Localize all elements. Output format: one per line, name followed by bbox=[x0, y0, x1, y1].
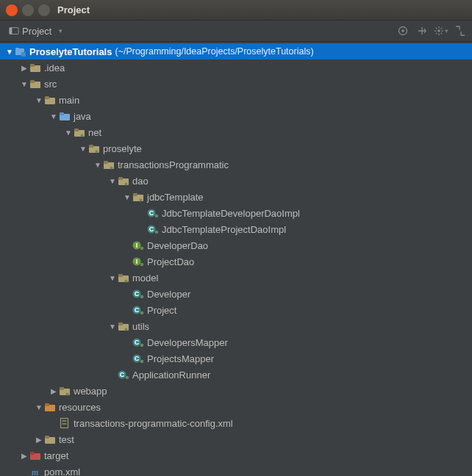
svg-rect-80 bbox=[62, 423, 67, 425]
tree-row[interactable]: ▼main bbox=[0, 92, 472, 108]
module-icon bbox=[15, 46, 26, 57]
tree-row[interactable]: ▶webapp bbox=[0, 383, 472, 399]
svg-point-35 bbox=[125, 183, 128, 186]
expand-arrow-down-icon[interactable]: ▼ bbox=[63, 129, 74, 137]
tree-row-label: ProjectsMapper bbox=[147, 353, 214, 364]
folder-icon bbox=[29, 62, 41, 73]
svg-text:C: C bbox=[135, 339, 140, 346]
window-maximize-button[interactable] bbox=[38, 4, 50, 16]
expand-arrow-down-icon[interactable]: ▼ bbox=[107, 322, 118, 331]
expand-arrow-down-icon[interactable]: ▼ bbox=[4, 48, 15, 56]
project-toolbar: Project ▾ ▾ bbox=[0, 21, 472, 42]
folder-icon bbox=[44, 433, 56, 445]
svg-text:m: m bbox=[32, 467, 38, 476]
package-icon bbox=[132, 191, 144, 203]
chevron-down-icon: ▾ bbox=[59, 27, 62, 35]
tree-row[interactable]: IProjectDao bbox=[0, 253, 472, 270]
excluded-icon bbox=[29, 450, 41, 461]
window-close-button[interactable] bbox=[6, 4, 18, 16]
class-icon: C bbox=[118, 369, 129, 381]
class-icon: C bbox=[132, 304, 144, 316]
tree-row-label: resources bbox=[59, 402, 101, 413]
tree-row[interactable]: ▼net bbox=[0, 124, 472, 140]
resroot-icon bbox=[44, 401, 56, 413]
tree-row-label: JdbcTemplateDeveloperDaoImpl bbox=[162, 208, 300, 219]
window-titlebar: Project bbox=[0, 0, 472, 21]
expand-arrow-down-icon[interactable]: ▼ bbox=[34, 403, 44, 411]
svg-point-56 bbox=[140, 295, 144, 299]
tree-row[interactable]: CApplicationRunner bbox=[0, 367, 472, 383]
svg-rect-25 bbox=[74, 129, 79, 131]
svg-rect-21 bbox=[45, 96, 49, 99]
expand-arrow-down-icon[interactable]: ▼ bbox=[93, 161, 103, 169]
settings-icon[interactable]: ▾ bbox=[434, 24, 448, 38]
expand-arrow-down-icon[interactable]: ▼ bbox=[122, 193, 132, 201]
tree-row[interactable]: IDeveloperDao bbox=[0, 237, 472, 253]
svg-point-41 bbox=[155, 214, 159, 218]
maven-icon: m bbox=[29, 466, 41, 476]
autoscroll-from-source-icon[interactable] bbox=[415, 24, 429, 38]
tree-row[interactable]: CJdbcTemplateProjectDaoImpl bbox=[0, 221, 472, 237]
package-icon bbox=[88, 143, 100, 154]
svg-rect-73 bbox=[60, 387, 64, 390]
tree-row[interactable]: CDeveloper bbox=[0, 286, 472, 302]
expand-arrow-down-icon[interactable]: ▼ bbox=[19, 80, 29, 88]
svg-point-65 bbox=[140, 344, 144, 347]
tree-row[interactable]: ▼src bbox=[0, 76, 472, 92]
expand-arrow-down-icon[interactable]: ▼ bbox=[78, 145, 88, 153]
tree-row[interactable]: ▶.idea bbox=[0, 60, 472, 76]
expand-arrow-down-icon[interactable]: ▼ bbox=[34, 96, 44, 104]
tree-row[interactable]: CDevelopersMapper bbox=[0, 334, 472, 350]
tree-row-label: model bbox=[132, 273, 158, 284]
tree-row-label: java bbox=[74, 111, 91, 122]
expand-arrow-right-icon[interactable]: ▶ bbox=[19, 452, 29, 460]
tree-row[interactable]: ▼jdbcTemplate bbox=[0, 189, 472, 205]
tree-row[interactable]: ▼transactionsProgrammatic bbox=[0, 156, 472, 173]
project-view-combo[interactable]: Project ▾ bbox=[4, 24, 67, 38]
tree-row-label: webapp bbox=[74, 386, 107, 397]
expand-arrow-right-icon[interactable]: ▶ bbox=[49, 387, 59, 395]
package-icon bbox=[118, 272, 129, 284]
tree-row[interactable]: ▼resources bbox=[0, 399, 472, 415]
svg-text:C: C bbox=[149, 226, 154, 233]
tree-row[interactable]: CProject bbox=[0, 302, 472, 318]
collapse-all-icon[interactable] bbox=[453, 24, 468, 38]
tree-row[interactable]: ▼ProselyteTutorials (~/Programming/IdeaP… bbox=[0, 43, 472, 60]
expand-arrow-down-icon[interactable]: ▼ bbox=[49, 112, 59, 120]
expand-arrow-down-icon[interactable]: ▼ bbox=[107, 177, 118, 185]
window-minimize-button[interactable] bbox=[22, 4, 34, 16]
scroll-to-source-icon[interactable] bbox=[396, 24, 410, 38]
tree-row-label: DeveloperDao bbox=[147, 240, 208, 251]
svg-point-26 bbox=[81, 134, 84, 137]
tree-row-label: test bbox=[59, 434, 74, 445]
svg-text:I: I bbox=[136, 242, 138, 249]
svg-rect-34 bbox=[118, 177, 123, 180]
tree-row[interactable]: ▼proselyte bbox=[0, 140, 472, 156]
svg-text:C: C bbox=[135, 306, 140, 314]
tree-row[interactable]: ▼dao bbox=[0, 173, 472, 189]
tree-row[interactable]: CJdbcTemplateDeveloperDaoImpl bbox=[0, 205, 472, 221]
tree-row-label: proselyte bbox=[103, 143, 142, 154]
tree-row-label: jdbcTemplate bbox=[147, 192, 204, 203]
tree-row[interactable]: CProjectsMapper bbox=[0, 350, 472, 367]
svg-text:C: C bbox=[120, 371, 125, 378]
tree-row-label: target bbox=[44, 450, 68, 461]
tree-row-label: main bbox=[59, 95, 79, 106]
expand-arrow-right-icon[interactable]: ▶ bbox=[34, 436, 44, 444]
expand-arrow-down-icon[interactable]: ▼ bbox=[107, 274, 118, 282]
tree-row[interactable]: ▼model bbox=[0, 270, 472, 286]
package-icon bbox=[103, 159, 115, 170]
srcroot-icon bbox=[59, 110, 71, 122]
tree-row[interactable]: ▶target bbox=[0, 447, 472, 464]
svg-rect-52 bbox=[118, 274, 123, 277]
project-tree[interactable]: ▼ProselyteTutorials (~/Programming/IdeaP… bbox=[0, 42, 472, 476]
tree-row[interactable]: mpom.xml bbox=[0, 464, 472, 476]
tree-row[interactable]: ▼utils bbox=[0, 318, 472, 334]
svg-line-11 bbox=[436, 33, 437, 35]
tree-row[interactable]: ▼java bbox=[0, 108, 472, 124]
chevron-down-icon: ▾ bbox=[445, 27, 448, 35]
tree-row[interactable]: transactions-programmatic-config.xml bbox=[0, 415, 472, 431]
svg-point-53 bbox=[125, 280, 128, 283]
tree-row[interactable]: ▶test bbox=[0, 431, 472, 447]
expand-arrow-right-icon[interactable]: ▶ bbox=[19, 64, 29, 72]
